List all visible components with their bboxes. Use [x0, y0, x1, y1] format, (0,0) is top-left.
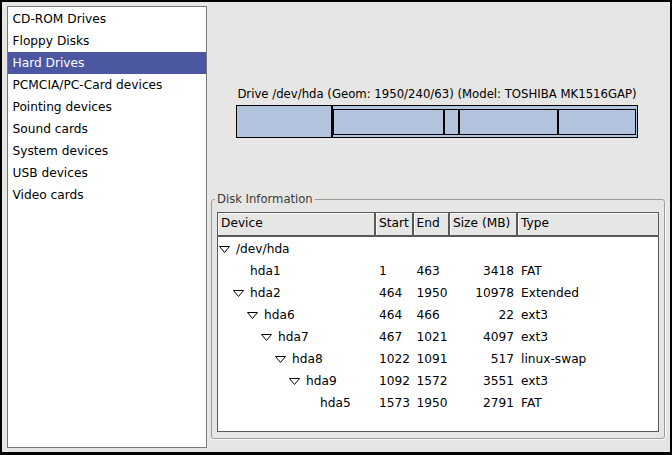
sidebar-item-pcmcia-devices[interactable]: PCMCIA/PC-Card devices	[8, 74, 207, 96]
type-value: linux-swap	[516, 348, 658, 370]
disk-information-label: Disk Information	[215, 192, 315, 208]
end-value: 1950	[412, 392, 449, 414]
expander-icon[interactable]	[247, 312, 258, 319]
size-value: 3418	[448, 260, 516, 282]
device-label: hda9	[306, 370, 337, 392]
partition-segment-hda8	[444, 109, 459, 135]
end-value	[412, 238, 449, 260]
end-value: 1091	[412, 348, 449, 370]
device-label: hda7	[278, 326, 309, 348]
type-value: ext3	[516, 304, 658, 326]
start-value: 1	[374, 260, 412, 282]
column-header-end[interactable]: End	[412, 213, 449, 236]
device-label: hda1	[250, 260, 281, 282]
type-value: Extended	[516, 282, 658, 304]
size-value: 2791	[448, 392, 516, 414]
table-row[interactable]: hda9 1092 1572 3551 ext3	[218, 370, 658, 392]
table-row[interactable]: hda2 464 1950 10978 Extended	[218, 282, 658, 304]
end-value: 1572	[412, 370, 449, 392]
device-category-list[interactable]: CD-ROM Drives Floppy Disks Hard Drives P…	[7, 6, 208, 448]
start-value: 464	[374, 282, 412, 304]
column-header-type[interactable]: Type	[516, 213, 658, 236]
table-row[interactable]: hda1 1 463 3418 FAT	[218, 260, 658, 282]
drive-geometry-title: Drive /dev/hda (Geom: 1950/240/63) (Mode…	[236, 87, 638, 102]
size-value	[448, 238, 516, 260]
start-value: 1022	[374, 348, 412, 370]
start-value: 1092	[374, 370, 412, 392]
device-cell: hda2	[218, 282, 374, 304]
sidebar-item-usb-devices[interactable]: USB devices	[8, 162, 207, 184]
column-header-device[interactable]: Device	[218, 213, 374, 236]
device-label: hda8	[292, 348, 323, 370]
size-value: 22	[448, 304, 516, 326]
expander-icon[interactable]	[233, 290, 244, 297]
start-value: 1573	[374, 392, 412, 414]
expander-icon[interactable]	[289, 378, 300, 385]
expander-icon[interactable]	[261, 334, 272, 341]
device-cell: hda8	[218, 348, 374, 370]
device-cell: hda7	[218, 326, 374, 348]
table-row[interactable]: /dev/hda	[218, 238, 658, 260]
start-value	[374, 238, 412, 260]
start-value: 467	[374, 326, 412, 348]
size-value: 4097	[448, 326, 516, 348]
type-value: ext3	[516, 326, 658, 348]
type-value	[516, 238, 658, 260]
end-value: 466	[412, 304, 449, 326]
table-row[interactable]: hda6 464 466 22 ext3	[218, 304, 658, 326]
expander-icon[interactable]	[219, 246, 230, 253]
device-cell: hda5	[218, 392, 374, 414]
size-value: 3551	[448, 370, 516, 392]
size-value: 10978	[448, 282, 516, 304]
size-value: 517	[448, 348, 516, 370]
type-value: ext3	[516, 370, 658, 392]
end-value: 463	[412, 260, 449, 282]
type-value: FAT	[516, 260, 658, 282]
partition-segment-hda5	[558, 109, 636, 135]
column-header-size[interactable]: Size (MB)	[448, 213, 516, 236]
device-label: hda2	[250, 282, 281, 304]
column-header-start[interactable]: Start	[374, 213, 412, 236]
sidebar-item-cdrom-drives[interactable]: CD-ROM Drives	[8, 8, 207, 30]
start-value: 464	[374, 304, 412, 326]
device-cell: hda6	[218, 304, 374, 326]
end-value: 1021	[412, 326, 449, 348]
table-header-row: Device Start End Size (MB) Type	[218, 213, 658, 238]
sidebar-item-hard-drives[interactable]: Hard Drives	[8, 52, 207, 74]
sidebar-item-video-cards[interactable]: Video cards	[8, 184, 207, 206]
disk-information-groupbox: Disk Information Device Start End Size (…	[211, 199, 665, 439]
table-body: /dev/hda hda1 1 463 3418 FAT	[218, 237, 658, 414]
partition-segment-hda9	[459, 109, 558, 135]
table-row[interactable]: hda5 1573 1950 2791 FAT	[218, 392, 658, 414]
partition-segment-hda2-extended	[332, 105, 638, 138]
device-label: hda6	[264, 304, 295, 326]
sidebar-item-pointing-devices[interactable]: Pointing devices	[8, 96, 207, 118]
device-cell: hda9	[218, 370, 374, 392]
sidebar-item-sound-cards[interactable]: Sound cards	[8, 118, 207, 140]
device-cell: /dev/hda	[218, 238, 374, 260]
table-row[interactable]: hda8 1022 1091 517 linux-swap	[218, 348, 658, 370]
expander-icon[interactable]	[275, 356, 286, 363]
device-label: /dev/hda	[236, 238, 290, 260]
device-cell: hda1	[218, 260, 374, 282]
device-label: hda5	[320, 392, 351, 414]
end-value: 1950	[412, 282, 449, 304]
table-row[interactable]: hda7 467 1021 4097 ext3	[218, 326, 658, 348]
disk-information-table: Device Start End Size (MB) Type /dev/hda	[217, 212, 659, 432]
sidebar-item-floppy-disks[interactable]: Floppy Disks	[8, 30, 207, 52]
sidebar-item-system-devices[interactable]: System devices	[8, 140, 207, 162]
type-value: FAT	[516, 392, 658, 414]
partition-bar	[236, 105, 638, 138]
partition-segment-hda1	[236, 105, 332, 138]
partition-segment-hda7	[333, 109, 444, 135]
